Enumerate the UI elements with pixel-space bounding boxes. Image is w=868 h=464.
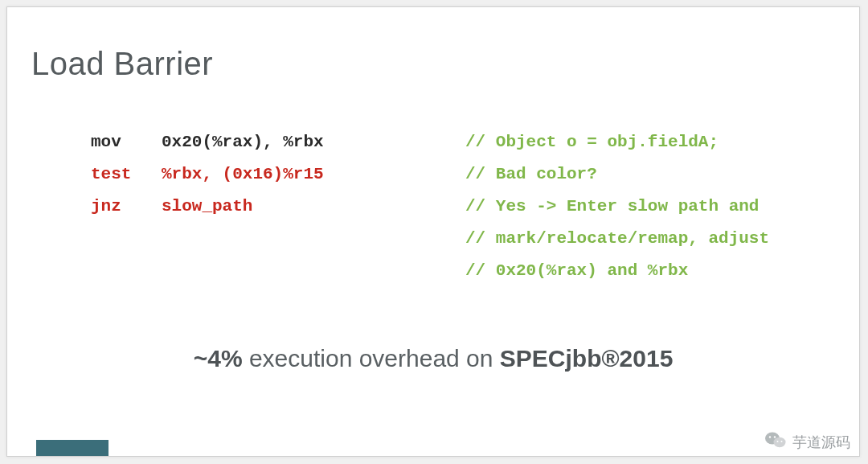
watermark-text: 芋道源码 (792, 433, 850, 452)
svg-point-5 (781, 441, 783, 442)
comment-line: // Yes -> Enter slow path and (465, 191, 769, 223)
operands: slow_path (162, 197, 252, 216)
svg-point-2 (769, 436, 771, 437)
slide-title: Load Barrier (31, 46, 213, 82)
wechat-icon (765, 431, 786, 453)
operands: %rbx, (0x16)%r15 (162, 165, 324, 183)
assembly-code: mov0x20(%rax), %rbx test%rbx, (0x16)%r15… (91, 126, 324, 223)
watermark: 芋道源码 (765, 431, 850, 453)
summary-mid: execution overhead on (243, 345, 500, 372)
summary-pct: ~4% (194, 345, 243, 372)
code-comments: // Object o = obj.fieldA; // Bad color? … (465, 126, 769, 287)
summary-benchmark: SPECjbb®2015 (500, 345, 674, 372)
svg-point-3 (774, 436, 776, 437)
footer-accent (36, 440, 108, 456)
mnemonic: mov (91, 126, 162, 158)
operands: 0x20(%rax), %rbx (162, 133, 324, 151)
comment-line: // 0x20(%rax) and %rbx (465, 255, 769, 287)
code-line: test%rbx, (0x16)%r15 (91, 158, 324, 191)
code-line: mov0x20(%rax), %rbx (91, 126, 324, 158)
comment-line: // Bad color? (465, 158, 769, 191)
summary-line: ~4% execution overhead on SPECjbb®2015 (7, 345, 859, 372)
mnemonic: jnz (91, 191, 162, 223)
slide: Load Barrier mov0x20(%rax), %rbx test%rb… (6, 6, 860, 457)
code-line: jnzslow_path (91, 191, 324, 223)
comment-line: // Object o = obj.fieldA; (465, 126, 769, 158)
comment-line: // mark/relocate/remap, adjust (465, 223, 769, 255)
mnemonic: test (91, 158, 162, 191)
svg-point-4 (777, 441, 779, 442)
svg-point-1 (774, 437, 786, 447)
